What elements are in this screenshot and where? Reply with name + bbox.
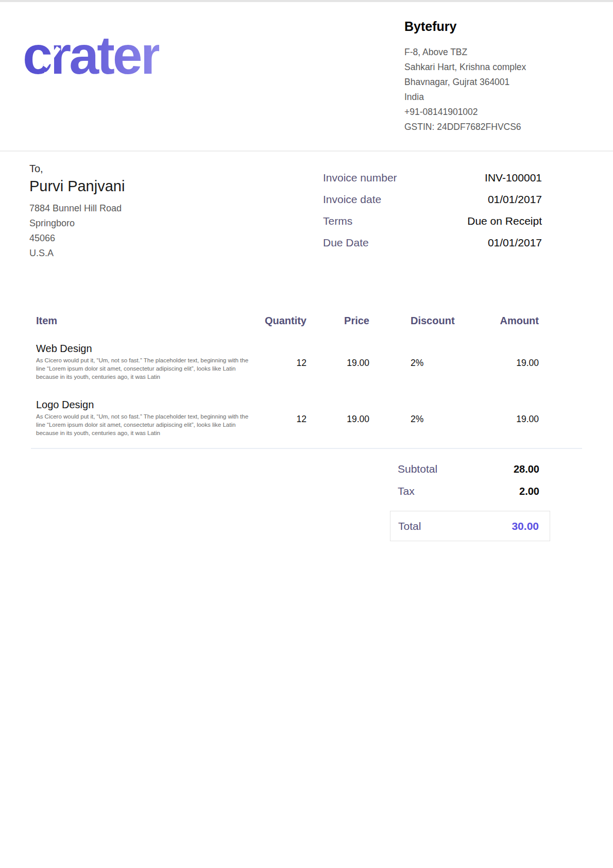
terms-label: Terms [323, 214, 352, 227]
invoice-date-row: Invoice date 01/01/2017 [323, 193, 542, 206]
column-header-price: Price [306, 309, 369, 327]
subtotal-row: Subtotal 28.00 [390, 462, 550, 476]
item-description: As Cicero would put it, “Um, not so fast… [36, 357, 250, 381]
items-table: Item Quantity Price Discount Amount Web … [36, 309, 539, 438]
tax-row: Tax 2.00 [390, 485, 550, 498]
item-discount: 2% [369, 398, 462, 437]
company-info-block: Bytefury F-8, Above TBZ Sahkari Hart, Kr… [404, 19, 574, 135]
item-quantity: 12 [252, 398, 306, 437]
customer-name: Purvi Panjvani [29, 177, 125, 196]
invoice-meta-block: Invoice number INV-100001 Invoice date 0… [323, 171, 542, 258]
customer-address-line: 45066 [29, 231, 125, 246]
terms-row: Terms Due on Receipt [323, 214, 542, 227]
table-row: Logo Design As Cicero would put it, “Um,… [36, 398, 539, 437]
subtotal-label: Subtotal [398, 462, 437, 475]
items-table-header: Item Quantity Price Discount Amount [36, 309, 539, 327]
company-gstin: GSTIN: 24DDF7682FHVCS6 [404, 120, 574, 135]
terms-value: Due on Receipt [467, 214, 542, 227]
company-phone: +91-08141901002 [404, 105, 574, 120]
column-header-discount: Discount [369, 309, 462, 327]
customer-address-line: 7884 Bunnel Hill Road [29, 201, 125, 216]
company-name: Bytefury [404, 19, 574, 35]
item-amount: 19.00 [462, 342, 539, 381]
item-description: As Cicero would put it, “Um, not so fast… [36, 413, 250, 437]
bill-to-block: To, Purvi Panjvani 7884 Bunnel Hill Road… [29, 161, 125, 261]
company-address-line: India [404, 90, 574, 105]
item-cell: Web Design As Cicero would put it, “Um, … [36, 342, 252, 381]
customer-address-line: U.S.A [29, 246, 125, 261]
item-price: 19.00 [306, 398, 369, 437]
total-box: Total 30.00 [390, 511, 550, 541]
customer-address-line: Springboro [29, 216, 125, 231]
column-header-item: Item [36, 309, 252, 327]
item-price: 19.00 [306, 342, 369, 381]
invoice-number-value: INV-100001 [485, 171, 542, 184]
table-row: Web Design As Cicero would put it, “Um, … [36, 342, 539, 381]
tax-value: 2.00 [519, 485, 539, 498]
subtotal-value: 28.00 [514, 463, 539, 476]
item-name: Web Design [36, 342, 252, 355]
item-quantity: 12 [252, 342, 306, 381]
logo-stencil-cut [225, 61, 242, 82]
company-address-line: F-8, Above TBZ [404, 45, 574, 60]
due-date-row: Due Date 01/01/2017 [323, 236, 542, 249]
due-date-label: Due Date [323, 236, 369, 249]
invoice-date-value: 01/01/2017 [488, 193, 542, 206]
company-address-line: Sahkari Hart, Krishna complex [404, 60, 574, 75]
item-amount: 19.00 [462, 398, 539, 437]
totals-block: Subtotal 28.00 Tax 2.00 Total 30.00 [390, 462, 550, 541]
invoice-number-row: Invoice number INV-100001 [323, 171, 542, 184]
items-bottom-divider [31, 448, 582, 449]
item-cell: Logo Design As Cicero would put it, “Um,… [36, 398, 252, 437]
item-name: Logo Design [36, 398, 252, 411]
column-header-quantity: Quantity [252, 309, 306, 327]
invoice-date-label: Invoice date [323, 193, 381, 206]
column-header-amount: Amount [462, 309, 539, 327]
total-label: Total [398, 520, 421, 532]
company-address-line: Bhavnagar, Gujrat 364001 [404, 75, 574, 90]
bill-to-label: To, [29, 161, 125, 176]
tax-label: Tax [398, 485, 415, 497]
item-discount: 2% [369, 342, 462, 381]
total-value: 30.00 [512, 520, 539, 532]
invoice-number-label: Invoice number [323, 171, 397, 184]
header-divider [0, 151, 613, 152]
window-top-strip [0, 0, 613, 2]
due-date-value: 01/01/2017 [488, 236, 542, 249]
